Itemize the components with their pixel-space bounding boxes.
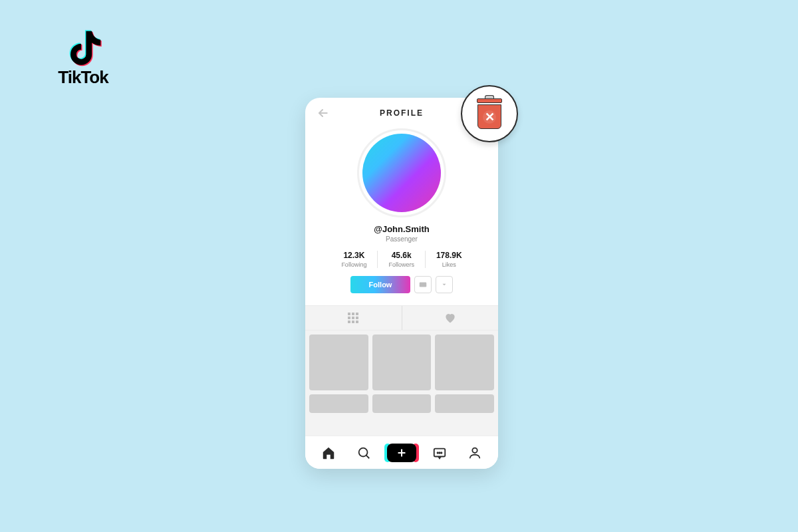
nav-search[interactable] xyxy=(352,441,376,465)
chevron-down-icon xyxy=(441,281,448,288)
search-icon xyxy=(356,446,371,460)
heart-icon xyxy=(444,311,457,325)
svg-point-10 xyxy=(473,448,477,452)
user-block: @John.Smith Passenger xyxy=(305,224,498,243)
action-row: Follow xyxy=(305,276,498,293)
delete-badge[interactable]: ✕ xyxy=(461,85,518,142)
video-thumbnail[interactable] xyxy=(309,394,368,413)
phone-card: PROFILE @John.Smith Passenger 12.3K Foll… xyxy=(305,98,498,469)
stat-likes[interactable]: 178.9K Likes xyxy=(425,251,473,268)
svg-line-3 xyxy=(366,455,369,458)
video-thumbnail[interactable] xyxy=(309,334,368,390)
home-icon xyxy=(321,446,336,460)
avatar[interactable] xyxy=(362,134,441,212)
tiktok-wordmark: TikTok xyxy=(50,67,116,88)
content-grid xyxy=(305,331,498,436)
user-subtitle: Passenger xyxy=(305,235,498,243)
avatar-container xyxy=(305,128,498,217)
avatar-ring xyxy=(357,128,446,217)
stat-value: 12.3K xyxy=(341,251,366,260)
tiktok-note-icon xyxy=(60,23,106,70)
stat-value: 178.9K xyxy=(436,251,462,260)
profile-stats: 12.3K Following 45.6k Followers 178.9K L… xyxy=(305,251,498,268)
nav-inbox[interactable] xyxy=(428,441,452,465)
nav-create[interactable] xyxy=(387,444,416,462)
nav-profile[interactable] xyxy=(463,441,487,465)
x-icon: ✕ xyxy=(483,110,496,124)
stat-label: Following xyxy=(341,261,366,268)
video-thumbnail[interactable] xyxy=(372,394,432,413)
stat-label: Likes xyxy=(436,261,462,268)
stat-following[interactable]: 12.3K Following xyxy=(331,251,377,268)
nav-home[interactable] xyxy=(317,441,340,465)
bottom-nav xyxy=(305,436,498,469)
svg-point-2 xyxy=(358,448,367,456)
stat-followers[interactable]: 45.6k Followers xyxy=(377,251,425,268)
svg-point-8 xyxy=(439,452,440,453)
dropdown-button[interactable] xyxy=(436,276,453,293)
content-tabs xyxy=(305,305,498,331)
message-icon xyxy=(418,280,428,289)
inbox-icon xyxy=(432,446,447,460)
svg-rect-1 xyxy=(420,283,427,287)
svg-point-7 xyxy=(438,452,438,453)
tab-liked[interactable] xyxy=(402,306,499,330)
tiktok-logo: TikTok xyxy=(50,23,116,88)
grid-icon xyxy=(348,313,358,323)
video-thumbnail[interactable] xyxy=(435,334,494,390)
svg-point-9 xyxy=(441,452,442,453)
video-thumbnail[interactable] xyxy=(372,334,432,390)
stat-value: 45.6k xyxy=(388,251,414,260)
person-icon xyxy=(467,446,482,460)
back-arrow-icon[interactable] xyxy=(316,106,329,120)
plus-icon xyxy=(396,448,407,458)
tab-grid[interactable] xyxy=(305,306,402,330)
username: @John.Smith xyxy=(305,224,498,234)
message-button[interactable] xyxy=(414,276,432,293)
trash-icon: ✕ xyxy=(475,98,503,129)
follow-button[interactable]: Follow xyxy=(350,276,410,293)
stat-label: Followers xyxy=(388,261,414,268)
video-thumbnail[interactable] xyxy=(435,394,494,413)
